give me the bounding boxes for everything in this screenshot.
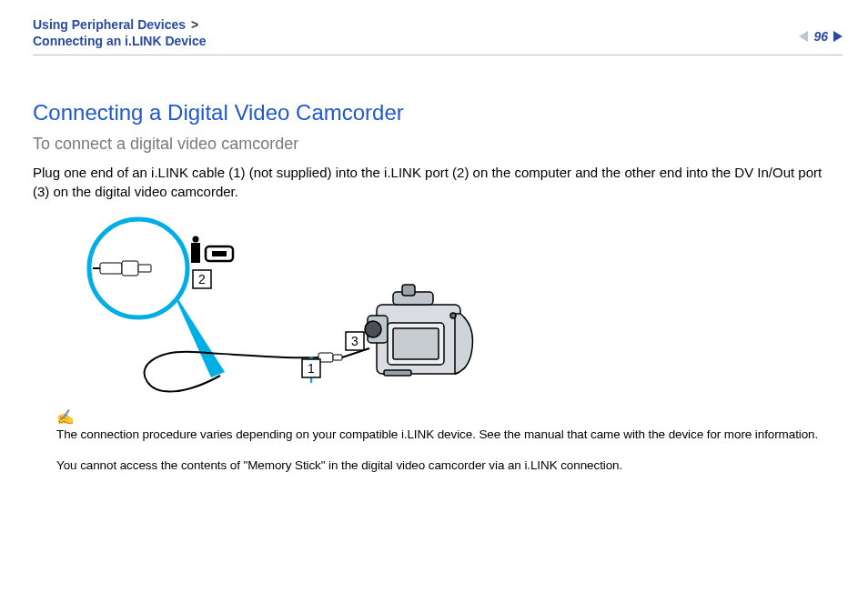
page: Using Peripheral Devices > Connecting an… bbox=[0, 0, 868, 613]
header: Using Peripheral Devices > Connecting an… bbox=[33, 16, 843, 53]
body-paragraph: Plug one end of an i.LINK cable (1) (not… bbox=[33, 163, 839, 201]
svg-point-5 bbox=[193, 236, 199, 243]
header-rule bbox=[33, 55, 843, 55]
svg-rect-21 bbox=[384, 370, 411, 376]
breadcrumb-line2: Connecting an i.LINK Device bbox=[33, 33, 843, 49]
content: Connecting a Digital Video Camcorder To … bbox=[33, 100, 839, 487]
notes: ✍ The connection procedure varies depend… bbox=[56, 408, 839, 475]
page-nav: 96 bbox=[799, 29, 843, 44]
callout-dv: 3 bbox=[346, 332, 364, 350]
callout-port: 2 bbox=[193, 270, 211, 288]
svg-rect-1 bbox=[122, 261, 138, 276]
callout-dv-label: 3 bbox=[351, 334, 358, 348]
callout-cable: 1 bbox=[302, 359, 320, 377]
camcorder-icon bbox=[365, 285, 473, 376]
breadcrumb-text-1: Using Peripheral Devices bbox=[33, 17, 186, 32]
note-line-2: You cannot access the contents of "Memor… bbox=[56, 457, 839, 475]
ilink-port-icon bbox=[191, 236, 233, 264]
section-title: Connecting a Digital Video Camcorder bbox=[33, 100, 839, 126]
note-icon: ✍ bbox=[56, 408, 75, 426]
breadcrumb-separator: > bbox=[189, 17, 198, 32]
svg-rect-7 bbox=[212, 251, 227, 256]
diagram-svg: 2 1 3 bbox=[56, 214, 475, 403]
prev-page-icon[interactable] bbox=[799, 31, 808, 42]
svg-rect-10 bbox=[333, 355, 342, 360]
callout-port-label: 2 bbox=[198, 272, 206, 286]
ilink-cable bbox=[145, 352, 318, 392]
svg-rect-2 bbox=[138, 265, 151, 272]
svg-rect-0 bbox=[100, 263, 122, 274]
svg-rect-4 bbox=[191, 243, 200, 263]
connection-diagram: 2 1 3 bbox=[56, 214, 475, 403]
note-line-1: The connection procedure varies dependin… bbox=[56, 426, 839, 444]
page-number: 96 bbox=[813, 29, 828, 44]
svg-rect-19 bbox=[393, 328, 439, 359]
svg-point-20 bbox=[450, 313, 456, 318]
breadcrumb-line1: Using Peripheral Devices > bbox=[33, 16, 843, 33]
next-page-icon[interactable] bbox=[833, 31, 843, 42]
section-subtitle: To connect a digital video camcorder bbox=[33, 135, 839, 154]
cable-plug-icon bbox=[318, 353, 342, 362]
svg-rect-17 bbox=[402, 285, 415, 296]
callout-cable-label: 1 bbox=[308, 361, 315, 376]
svg-point-15 bbox=[365, 321, 381, 337]
